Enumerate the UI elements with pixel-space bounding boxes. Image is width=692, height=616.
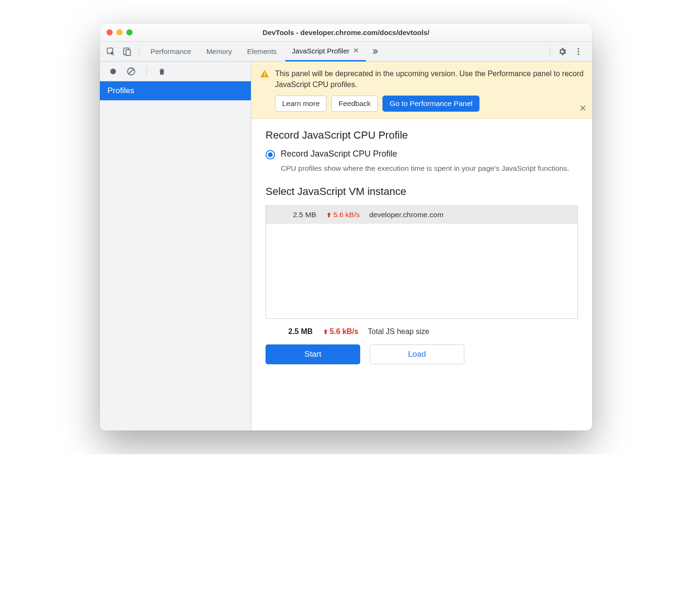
sidebar-toolbar <box>100 62 251 81</box>
svg-point-5 <box>577 53 579 55</box>
arrow-up-icon <box>322 328 329 335</box>
close-banner-icon[interactable]: ✕ <box>579 103 586 114</box>
titlebar: DevTools - developer.chrome.com/docs/dev… <box>100 24 592 42</box>
learn-more-button[interactable]: Learn more <box>275 96 327 112</box>
delete-icon[interactable] <box>156 66 168 77</box>
feedback-button[interactable]: Feedback <box>331 96 378 112</box>
settings-icon[interactable] <box>555 44 569 59</box>
summary-label: Total JS heap size <box>368 327 429 336</box>
tabbar: Performance Memory Elements JavaScript P… <box>100 42 592 62</box>
goto-performance-button[interactable]: Go to Performance Panel <box>382 96 479 112</box>
separator <box>550 47 550 56</box>
window-title: DevTools - developer.chrome.com/docs/dev… <box>100 28 592 36</box>
tab-performance[interactable]: Performance <box>144 42 198 62</box>
sidebar-item-label: Profiles <box>107 86 134 95</box>
record-heading: Record JavaScript CPU Profile <box>266 129 578 141</box>
radio-label: Record JavaScript CPU Profile <box>281 149 397 159</box>
radio-icon <box>266 150 275 159</box>
separator <box>146 67 147 76</box>
vm-size: 2.5 MB <box>274 211 316 219</box>
svg-rect-8 <box>264 73 265 75</box>
device-toolbar-icon[interactable] <box>120 44 134 59</box>
svg-rect-9 <box>264 76 265 77</box>
main-panel: This panel will be deprecated in the upc… <box>251 62 592 431</box>
record-icon[interactable] <box>107 66 119 77</box>
arrow-up-icon <box>326 211 332 218</box>
tab-javascript-profiler[interactable]: JavaScript Profiler ✕ <box>285 42 366 62</box>
maximize-window-button[interactable] <box>126 29 133 35</box>
minimize-window-button[interactable] <box>116 29 123 35</box>
traffic-lights <box>106 29 133 35</box>
load-button[interactable]: Load <box>370 344 464 364</box>
more-tabs-icon[interactable] <box>368 44 382 59</box>
start-button[interactable]: Start <box>266 344 360 364</box>
svg-point-3 <box>577 48 579 49</box>
clear-icon[interactable] <box>125 66 137 77</box>
profile-type-radio[interactable]: Record JavaScript CPU Profile <box>266 149 578 159</box>
sidebar: Profiles <box>100 62 251 431</box>
svg-rect-2 <box>126 49 130 55</box>
radio-description: CPU profiles show where the execution ti… <box>281 163 578 174</box>
kebab-menu-icon[interactable] <box>571 44 586 59</box>
devtools-window: DevTools - developer.chrome.com/docs/dev… <box>100 24 592 431</box>
heap-summary: 2.5 MB 5.6 kB/s Total JS heap size <box>266 319 578 344</box>
separator <box>139 47 139 56</box>
tab-memory[interactable]: Memory <box>200 42 239 62</box>
svg-point-4 <box>577 51 579 52</box>
vm-host: developer.chrome.com <box>369 211 444 219</box>
vm-heading: Select JavaScript VM instance <box>266 185 578 198</box>
deprecation-banner: This panel will be deprecated in the upc… <box>251 62 592 119</box>
content: Record JavaScript CPU Profile Record Jav… <box>251 119 592 431</box>
inspect-element-icon[interactable] <box>104 44 118 59</box>
sidebar-item-profiles[interactable]: Profiles <box>100 81 251 100</box>
banner-text: This panel will be deprecated in the upc… <box>275 68 584 90</box>
warning-icon <box>260 69 269 112</box>
vm-instance-row[interactable]: 2.5 MB 5.6 kB/s developer.chrome.com <box>266 206 577 224</box>
vm-rate: 5.6 kB/s <box>326 211 360 219</box>
tab-elements[interactable]: Elements <box>240 42 284 62</box>
close-tab-icon[interactable]: ✕ <box>353 46 359 55</box>
close-window-button[interactable] <box>106 29 113 35</box>
summary-size: 2.5 MB <box>288 327 313 336</box>
vm-instance-list: 2.5 MB 5.6 kB/s developer.chrome.com <box>266 205 578 319</box>
svg-point-6 <box>110 69 116 74</box>
summary-rate: 5.6 kB/s <box>322 327 358 336</box>
